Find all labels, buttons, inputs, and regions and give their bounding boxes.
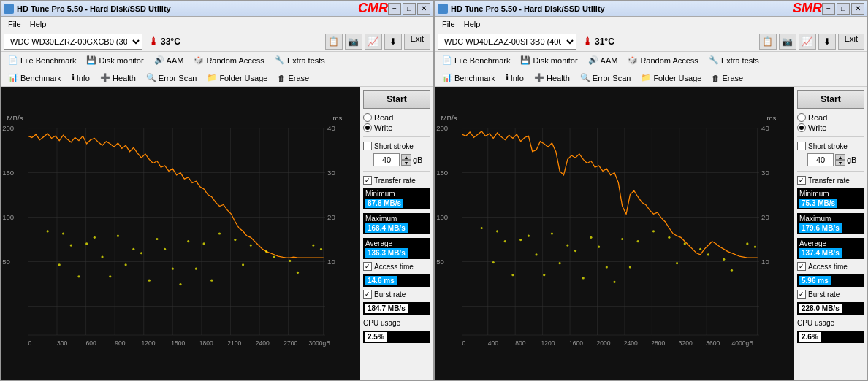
tab-benchmark[interactable]: 📊 Benchmark (4, 72, 66, 84)
checkbox-transfer-rate[interactable]: Transfer rate (363, 176, 430, 185)
cpu-value: 2.5% (365, 332, 387, 342)
spinner-up[interactable]: ▲ (401, 154, 411, 160)
menu-file-smr[interactable]: File (438, 18, 460, 30)
short-stroke-checkbox[interactable] (363, 142, 372, 150)
tab-info-smr[interactable]: ℹ Info (501, 72, 528, 84)
tab-folder-usage[interactable]: 📁 Folder Usage (202, 72, 272, 84)
info-icon-btn[interactable]: 📋 (325, 34, 343, 50)
menu-help[interactable]: Help (26, 18, 51, 30)
svg-text:3000gB: 3000gB (308, 339, 330, 347)
tab-extra-tests-smr[interactable]: 🔧 Extra tests (704, 54, 764, 66)
svg-text:ms: ms (767, 114, 777, 122)
tab-extra-tests[interactable]: 🔧 Extra tests (270, 54, 330, 66)
tab-benchmark-smr[interactable]: 📊 Benchmark (438, 72, 500, 84)
svg-text:30: 30 (327, 169, 335, 177)
checkbox-short-stroke[interactable]: Short stroke (363, 142, 430, 150)
thermometer-icon-smr: 🌡 (582, 36, 593, 47)
svg-text:1200: 1200 (142, 339, 156, 347)
svg-text:10: 10 (327, 258, 335, 266)
tab-aam-smr[interactable]: 🔊 AAM (584, 54, 623, 66)
menu-help-smr[interactable]: Help (460, 18, 485, 30)
tab-health[interactable]: ➕ Health (96, 72, 140, 84)
tab-file-benchmark-smr[interactable]: 📄 File Benchmark (438, 54, 514, 66)
radio-read-circle[interactable] (363, 113, 372, 122)
tab-random-access[interactable]: 🎲 Random Access (189, 54, 268, 66)
access-time-checkbox-smr[interactable] (797, 262, 806, 271)
checkbox-burst-rate-smr[interactable]: Burst rate (797, 290, 864, 299)
graph-icon-btn[interactable]: 📈 (365, 34, 382, 50)
checkbox-access-time-smr[interactable]: Access time (797, 262, 864, 271)
error-scan-icon: 🔍 (146, 73, 156, 82)
tab-aam[interactable]: 🔊 AAM (150, 54, 189, 66)
short-stroke-checkbox-smr[interactable] (797, 142, 806, 150)
camera-icon-btn[interactable]: 📷 (345, 34, 362, 50)
svg-point-59 (77, 275, 80, 277)
radio-write-circle[interactable] (363, 123, 372, 132)
svg-point-119 (684, 242, 686, 245)
access-time-checkbox[interactable] (363, 262, 372, 271)
tab-erase[interactable]: 🗑 Erase (273, 72, 313, 84)
camera-icon-btn-smr[interactable]: 📷 (779, 34, 796, 50)
transfer-rate-checkbox[interactable] (363, 176, 372, 185)
spinner-down[interactable]: ▼ (401, 160, 411, 166)
benchmark-label-smr: Benchmark (454, 74, 495, 82)
radio-read-circle-smr[interactable] (797, 113, 806, 122)
benchmark-icon-smr: 📊 (442, 73, 452, 82)
svg-point-135 (582, 277, 585, 279)
tab-health-smr[interactable]: ➕ Health (530, 72, 574, 84)
burst-rate-checkbox[interactable] (363, 290, 372, 299)
extra-tests-label-smr: Extra tests (721, 56, 759, 65)
maximize-button[interactable]: □ (403, 3, 416, 15)
radio-read-smr[interactable]: Read (797, 113, 864, 122)
transfer-rate-checkbox-smr[interactable] (797, 176, 806, 185)
info-icon-btn-smr[interactable]: 📋 (759, 34, 777, 50)
maximize-button-smr[interactable]: □ (837, 3, 850, 15)
exit-button-smr[interactable]: Exit (838, 34, 864, 50)
tab-file-benchmark[interactable]: 📄 File Benchmark (4, 54, 80, 66)
close-button-smr[interactable]: ✕ (851, 3, 864, 15)
minimize-button-smr[interactable]: − (822, 3, 835, 15)
checkbox-burst-rate[interactable]: Burst rate (363, 290, 430, 299)
checkbox-short-stroke-smr[interactable]: Short stroke (797, 142, 864, 150)
drive-selector[interactable]: WDC WD30EZRZ-00GXCB0 (3000 gB) (4, 34, 142, 50)
svg-text:40: 40 (761, 124, 769, 132)
stroke-input[interactable] (373, 153, 400, 166)
tab-info[interactable]: ℹ Info (67, 72, 94, 84)
tab-error-scan[interactable]: 🔍 Error Scan (142, 72, 202, 84)
start-button-smr[interactable]: Start (797, 90, 864, 109)
tab-disk-monitor-smr[interactable]: 💾 Disk monitor (516, 54, 582, 66)
erase-icon: 🗑 (278, 74, 286, 82)
tab-random-access-smr[interactable]: 🎲 Random Access (623, 54, 702, 66)
minimize-button[interactable]: − (388, 3, 401, 15)
tab-folder-usage-smr[interactable]: 📁 Folder Usage (636, 72, 706, 84)
burst-value-smr: 228.0 MB/s (799, 304, 842, 313)
svg-text:10: 10 (761, 258, 769, 266)
tab-erase-smr[interactable]: 🗑 Erase (707, 72, 747, 84)
graph-icon-btn-smr[interactable]: 📈 (799, 34, 816, 50)
health-label-smr: Health (547, 74, 570, 82)
tab-disk-monitor[interactable]: 💾 Disk monitor (82, 54, 148, 66)
stroke-input-smr[interactable] (807, 153, 834, 166)
checkbox-access-time[interactable]: Access time (363, 262, 430, 271)
arrow-icon-btn-smr[interactable]: ⬇ (818, 34, 836, 50)
thermometer-icon: 🌡 (148, 36, 159, 47)
arrow-icon-btn[interactable]: ⬇ (384, 34, 402, 50)
radio-write-smr[interactable]: Write (797, 123, 864, 132)
checkbox-transfer-rate-smr[interactable]: Transfer rate (797, 176, 864, 185)
drive-selector-smr[interactable]: WDC WD40EZAZ-00SF3B0 (4000 gB) (438, 34, 576, 50)
menu-file[interactable]: File (4, 18, 26, 30)
radio-write[interactable]: Write (363, 123, 430, 132)
exit-button[interactable]: Exit (404, 34, 430, 50)
burst-rate-checkbox-smr[interactable] (797, 290, 806, 299)
spinner-down-smr[interactable]: ▼ (835, 160, 845, 166)
transfer-rate-label: Transfer rate (374, 177, 416, 185)
spinner-up-smr[interactable]: ▲ (835, 154, 845, 160)
start-button[interactable]: Start (363, 90, 430, 109)
svg-text:0: 0 (462, 339, 465, 347)
close-button[interactable]: ✕ (417, 3, 430, 15)
benchmark-label: Benchmark (20, 74, 61, 82)
radio-write-circle-smr[interactable] (797, 123, 806, 132)
tab-error-scan-smr[interactable]: 🔍 Error Scan (576, 72, 636, 84)
radio-read[interactable]: Read (363, 113, 430, 122)
health-icon: ➕ (100, 73, 110, 82)
